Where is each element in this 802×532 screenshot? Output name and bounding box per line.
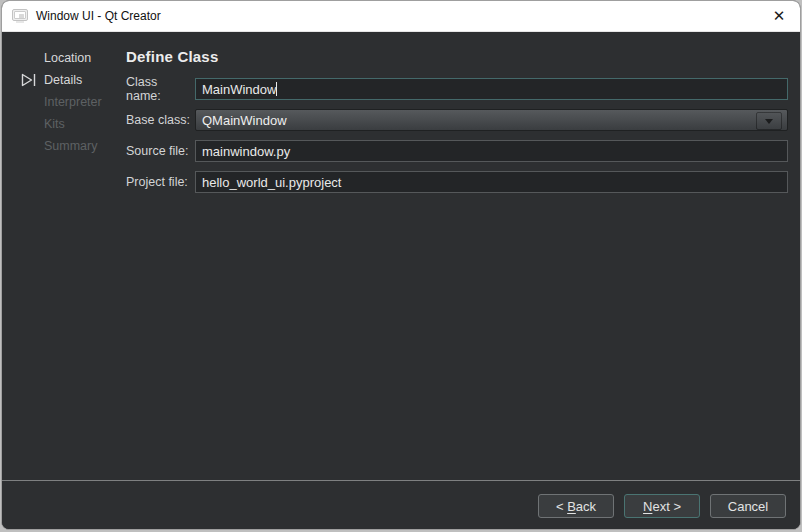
title-bar[interactable]: Window UI - Qt Creator ✕ xyxy=(2,1,800,32)
source-file-label: Source file: xyxy=(126,144,195,158)
sidebar-item-details[interactable]: Details xyxy=(2,69,125,91)
sidebar-item-kits: Kits xyxy=(2,113,125,135)
base-class-dropdown[interactable]: QMainWindow xyxy=(195,109,788,131)
next-label-mnemonic: N xyxy=(643,499,652,514)
wizard-dialog: Window UI - Qt Creator ✕ Location Detail… xyxy=(1,0,801,530)
sidebar-item-interpreter: Interpreter xyxy=(2,91,125,113)
source-file-value: mainwindow.py xyxy=(202,144,290,159)
close-button[interactable]: ✕ xyxy=(758,1,800,32)
base-class-row: Base class: QMainWindow xyxy=(126,109,788,131)
page-title: Define Class xyxy=(126,48,788,65)
base-class-value: QMainWindow xyxy=(202,113,287,128)
chevron-down-icon xyxy=(765,119,773,124)
text-caret xyxy=(276,82,277,96)
class-name-value: MainWindow xyxy=(202,82,276,97)
source-file-input[interactable]: mainwindow.py xyxy=(195,140,788,162)
source-file-row: Source file: mainwindow.py xyxy=(126,140,788,162)
step-label: Details xyxy=(44,73,82,87)
next-button[interactable]: Next > xyxy=(624,494,700,518)
class-name-row: Class name: MainWindow xyxy=(126,78,788,100)
step-label: Summary xyxy=(44,139,97,153)
class-name-input[interactable]: MainWindow xyxy=(195,78,788,100)
project-file-row: Project file: hello_world_ui.pyproject xyxy=(126,171,788,193)
back-label-mnemonic: B xyxy=(567,499,576,514)
sidebar-item-location[interactable]: Location xyxy=(2,47,125,69)
back-label-pre: < xyxy=(556,499,567,514)
wizard-steps-sidebar: Location Details Interpreter Kits Summar… xyxy=(2,32,125,157)
next-label-post: ext > xyxy=(652,499,681,514)
app-icon xyxy=(12,9,28,23)
step-label: Kits xyxy=(44,117,65,131)
close-icon: ✕ xyxy=(773,7,786,25)
back-label-post: ack xyxy=(576,499,596,514)
project-file-label: Project file: xyxy=(126,175,195,189)
dialog-body: Location Details Interpreter Kits Summar… xyxy=(2,32,800,529)
step-label: Location xyxy=(44,51,91,65)
wizard-button-row: < Back Next > Cancel xyxy=(538,494,786,518)
current-step-icon xyxy=(21,73,38,87)
window-title: Window UI - Qt Creator xyxy=(36,9,161,23)
class-name-label: Class name: xyxy=(126,75,195,103)
define-class-page: Define Class Class name: MainWindow Base… xyxy=(126,32,788,202)
base-class-label: Base class: xyxy=(126,113,195,127)
project-file-input[interactable]: hello_world_ui.pyproject xyxy=(195,171,788,193)
cancel-label: Cancel xyxy=(728,499,768,514)
footer-divider xyxy=(2,480,800,481)
project-file-value: hello_world_ui.pyproject xyxy=(202,175,341,190)
cancel-button[interactable]: Cancel xyxy=(710,494,786,518)
dropdown-arrow-button[interactable] xyxy=(756,112,782,130)
sidebar-item-summary: Summary xyxy=(2,135,125,157)
back-button[interactable]: < Back xyxy=(538,494,614,518)
step-label: Interpreter xyxy=(44,95,102,109)
